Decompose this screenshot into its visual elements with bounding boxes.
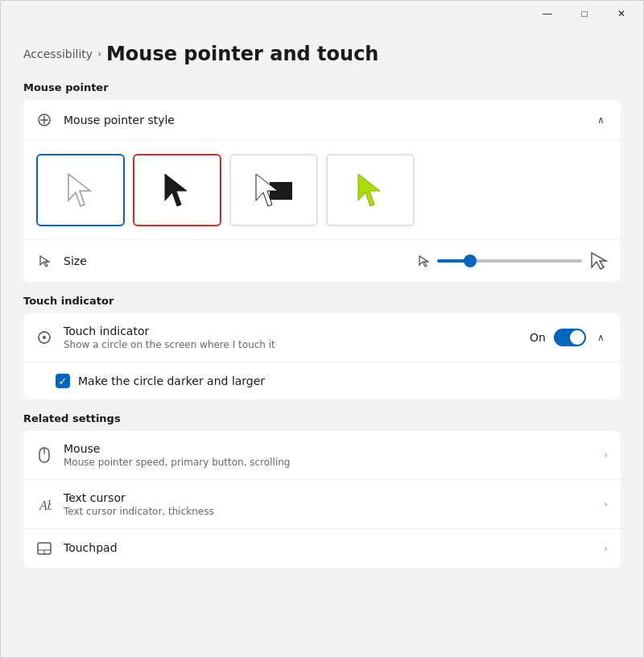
checkbox-check-icon: ✓ <box>59 375 68 387</box>
touchpad-title: Touchpad <box>64 541 592 554</box>
size-slider[interactable] <box>437 259 582 263</box>
mouse-subtitle: Mouse pointer speed, primary button, scr… <box>64 457 592 468</box>
mouse-pointer-card: Mouse pointer style ∧ <box>23 100 621 282</box>
svg-marker-2 <box>165 174 187 206</box>
pointer-options-container <box>23 141 621 240</box>
main-content: Accessibility › Mouse pointer and touch … <box>1 27 643 657</box>
settings-window: — □ ✕ Accessibility › Mouse pointer and … <box>0 0 644 658</box>
size-label: Size <box>64 255 87 267</box>
mouse-icon <box>36 447 52 463</box>
svg-point-10 <box>43 336 46 339</box>
svg-marker-6 <box>40 256 49 267</box>
related-settings-card: Mouse Mouse pointer speed, primary butto… <box>23 431 621 568</box>
svg-marker-4 <box>256 174 278 206</box>
cursor-size-small-icon <box>36 253 52 269</box>
svg-marker-8 <box>592 253 606 269</box>
cursor-small-icon <box>418 255 429 267</box>
pointer-option-color[interactable] <box>326 154 415 226</box>
pointer-option-black[interactable] <box>133 154 221 226</box>
breadcrumb: Accessibility › Mouse pointer and touch <box>23 43 621 65</box>
related-mouse-row[interactable]: Mouse Mouse pointer speed, primary butto… <box>23 431 621 480</box>
touchpad-icon <box>36 540 52 557</box>
breadcrumb-chevron-icon: › <box>97 48 101 60</box>
touch-indicator-subtitle: Show a circle on the screen where I touc… <box>64 339 518 350</box>
breadcrumb-parent[interactable]: Accessibility <box>23 48 93 60</box>
touch-indicator-title: Touch indicator <box>64 325 518 337</box>
text-cursor-chevron-icon: › <box>604 499 608 510</box>
touch-indicator-icon <box>36 329 52 346</box>
darker-circle-label: Make the circle darker and larger <box>78 375 265 387</box>
toggle-on-label: On <box>530 331 546 344</box>
svg-marker-7 <box>419 256 428 267</box>
mouse-title: Mouse <box>64 442 592 455</box>
darker-circle-checkbox[interactable]: ✓ <box>56 374 70 388</box>
touch-indicator-header: Touch indicator Show a circle on the scr… <box>23 313 621 362</box>
close-button[interactable]: ✕ <box>603 1 640 27</box>
text-cursor-info: Text cursor Text cursor indicator, thick… <box>64 491 592 517</box>
size-row: Size <box>23 240 621 282</box>
mouse-pointer-style-header: Mouse pointer style ∧ <box>23 100 621 141</box>
touch-indicator-section-label: Touch indicator <box>23 295 621 307</box>
breadcrumb-current: Mouse pointer and touch <box>106 43 378 65</box>
related-text-cursor-row[interactable]: Ab Text cursor Text cursor indicator, th… <box>23 480 621 529</box>
text-cursor-title: Text cursor <box>64 491 592 504</box>
pointer-style-collapse-button[interactable]: ∧ <box>594 111 608 129</box>
cursor-large-icon <box>590 251 608 271</box>
mouse-pointer-section-label: Mouse pointer <box>23 81 621 93</box>
touch-indicator-card: Touch indicator Show a circle on the scr… <box>23 313 621 399</box>
checkbox-row: ✓ Make the circle darker and larger <box>23 362 621 399</box>
touch-indicator-controls: On ∧ <box>530 329 608 346</box>
maximize-button[interactable]: □ <box>566 1 603 27</box>
touch-indicator-info: Touch indicator Show a circle on the scr… <box>64 325 518 350</box>
pointer-style-label: Mouse pointer style <box>64 114 583 126</box>
mouse-pointer-style-icon <box>36 112 52 128</box>
size-controls <box>418 251 608 271</box>
pointer-option-white[interactable] <box>36 154 125 226</box>
minimize-button[interactable]: — <box>529 1 566 27</box>
toggle-thumb <box>570 330 584 345</box>
mouse-chevron-icon: › <box>604 449 608 461</box>
related-settings-section-label: Related settings <box>23 412 621 424</box>
touchpad-chevron-icon: › <box>604 543 608 554</box>
svg-marker-1 <box>68 174 90 206</box>
text-cursor-icon: Ab <box>36 496 52 512</box>
touchpad-info: Touchpad <box>64 541 592 556</box>
mouse-info: Mouse Mouse pointer speed, primary butto… <box>64 442 592 468</box>
related-touchpad-row[interactable]: Touchpad › <box>23 529 621 568</box>
svg-text:Ab: Ab <box>39 499 52 512</box>
text-cursor-subtitle: Text cursor indicator, thickness <box>64 506 592 517</box>
touch-indicator-toggle[interactable] <box>554 329 586 346</box>
title-bar: — □ ✕ <box>1 1 643 27</box>
svg-marker-5 <box>358 174 380 206</box>
pointer-option-inverted[interactable] <box>229 154 318 226</box>
touch-indicator-collapse-button[interactable]: ∧ <box>594 329 608 346</box>
